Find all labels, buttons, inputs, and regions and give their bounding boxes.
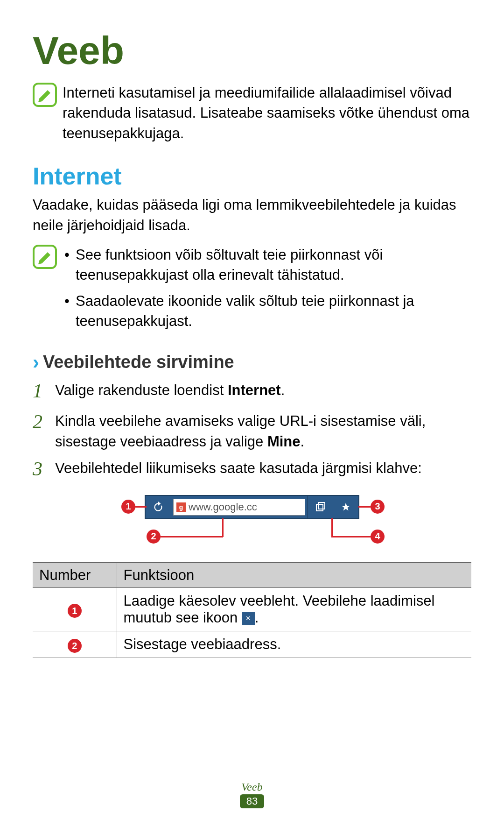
note-icon [33,245,59,269]
table-row: 2 Sisestage veebiaadress. [33,631,471,658]
subsection-heading: › Veebilehtede sirvimine [33,351,471,374]
section-description: Vaadake, kuidas pääseda ligi oma lemmikv… [33,195,471,235]
favicon-icon: g [176,502,186,512]
callout-marker-3: 3 [371,500,385,514]
step-3: 3 Veebilehtedel liikumiseks saate kasuta… [33,455,471,483]
section-note-block: See funktsioon võib sõltuvalt teie piirk… [33,245,471,337]
windows-button[interactable] [308,496,333,518]
subsection-title: Veebilehtede sirvimine [43,352,234,372]
top-note-block: Interneti kasutamisel ja meediumifailide… [33,83,471,143]
page: Veeb Interneti kasutamisel ja meediumifa… [0,0,504,827]
callout-marker-2: 2 [147,530,161,544]
footer-section-name: Veeb [0,781,504,793]
section-note-content: See funktsioon võib sõltuvalt teie piirk… [63,245,471,337]
page-footer: Veeb 83 [0,781,504,808]
browser-toolbar: g www.google.cc [145,495,359,519]
step-number: 1 [33,377,55,405]
table-cell-text: Sisestage veebiaadress. [117,631,471,658]
step-number: 2 [33,408,55,436]
table-cell-text: Laadige käesolev veebleht. Veebilehe laa… [117,587,471,631]
callout-line [331,536,371,537]
callout-line [358,506,371,508]
callout-line [331,518,333,537]
chevron-icon: › [33,351,39,374]
note-icon [33,83,59,107]
step-1: 1 Valige rakenduste loendist Internet. [33,377,471,405]
url-input[interactable]: g www.google.cc [173,499,305,516]
step-number: 3 [33,455,55,483]
step-body: Valige rakenduste loendist Internet. [55,377,471,400]
function-table: Number Funktsioon 1 Laadige käesolev vee… [33,562,471,658]
section-heading: Internet [33,162,471,190]
bookmarks-button[interactable] [333,496,358,518]
svg-rect-3 [318,502,325,509]
row-marker-2: 2 [68,639,82,653]
table-cell-marker: 2 [33,631,117,658]
note-bullet-2: Saadaolevate ikoonide valik sõltub teie … [63,291,471,332]
note-bullet-1: See funktsioon võib sõltuvalt teie piirk… [63,245,471,285]
callout-line [222,518,224,537]
browser-bar-figure: g www.google.cc 1 2 3 4 [33,492,471,548]
callout-marker-1: 1 [121,500,135,514]
url-text: www.google.cc [189,501,257,513]
close-icon: × [242,612,255,625]
step-2: 2 Kindla veebilehe avamiseks valige URL-… [33,408,471,452]
separator [171,496,171,518]
steps-list: 1 Valige rakenduste loendist Internet. 2… [33,377,471,483]
step-body: Veebilehtedel liikumiseks saate kasutada… [55,455,471,478]
reload-button[interactable] [146,496,171,518]
svg-rect-2 [316,504,323,511]
table-header-row: Number Funktsioon [33,563,471,588]
callout-line [161,536,223,537]
step-body: Kindla veebilehe avamiseks valige URL-i … [55,408,471,452]
table-header-function: Funktsioon [117,563,471,588]
note-bullet-list: See funktsioon võib sõltuvalt teie piirk… [63,245,471,332]
table-row: 1 Laadige käesolev veebleht. Veebilehe l… [33,587,471,631]
callout-line [135,506,147,508]
figure-inner: g www.google.cc 1 2 3 4 [103,492,401,548]
row-marker-1: 1 [68,604,82,618]
page-title: Veeb [33,28,471,73]
top-note-text: Interneti kasutamisel ja meediumifailide… [63,83,471,143]
page-number-badge: 83 [240,794,264,808]
callout-marker-4: 4 [371,530,385,544]
table-cell-marker: 1 [33,587,117,631]
table-header-number: Number [33,563,117,588]
